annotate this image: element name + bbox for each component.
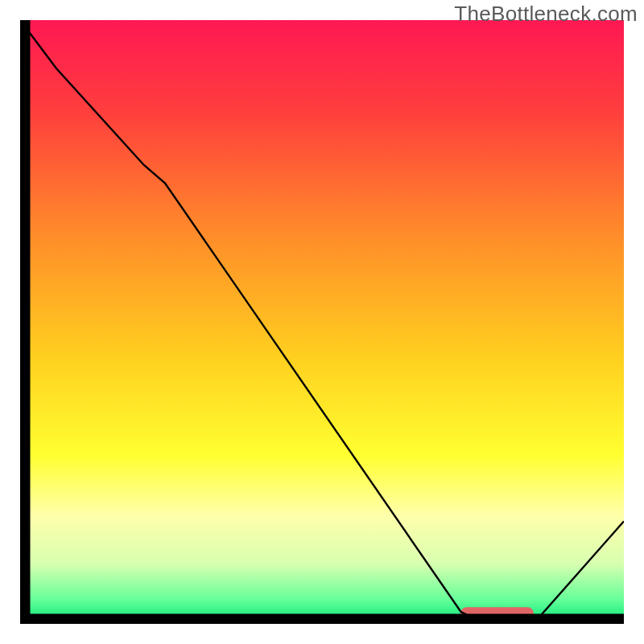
plot-area [20, 20, 624, 624]
gradient-background [20, 20, 624, 624]
chart-container: TheBottleneck.com [0, 0, 644, 644]
watermark-text: TheBottleneck.com [454, 2, 638, 27]
chart-svg [20, 20, 624, 624]
